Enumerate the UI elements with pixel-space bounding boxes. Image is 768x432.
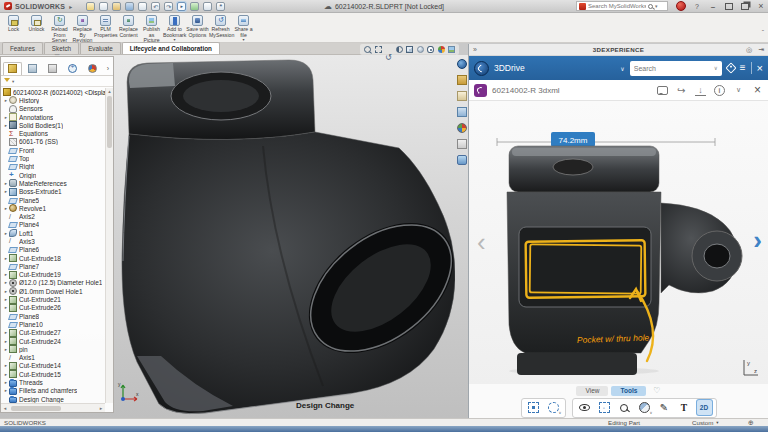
multi-select-icon[interactable]: ∨	[526, 400, 541, 415]
view-palette-icon[interactable]	[457, 107, 467, 117]
hide-show-icon[interactable]	[427, 46, 434, 53]
close-icon[interactable]	[752, 85, 763, 96]
mysolidworks-search[interactable]: ▾	[576, 1, 668, 11]
tree-item[interactable]: ▸ pin	[3, 345, 113, 353]
command-tab[interactable]: Features	[2, 42, 43, 54]
toolbar-button[interactable]: Refresh MySession ▾	[209, 14, 232, 42]
rebuild-icon[interactable]	[190, 2, 199, 11]
locate-icon[interactable]: ◎	[746, 46, 752, 54]
tree-item[interactable]: ▸ Plane10	[3, 320, 113, 328]
config-caret-icon[interactable]: ▾	[716, 420, 718, 425]
tree-item[interactable]: ▸ Cut-Extrude24	[3, 337, 113, 345]
section-view-icon[interactable]	[396, 46, 403, 53]
section-view-icon[interactable]: ∨	[637, 400, 652, 415]
preview-viewport[interactable]: ‹ › 74.2mm	[469, 101, 768, 384]
filter-caret-icon[interactable]: ▾	[12, 79, 14, 84]
tree-item[interactable]: ▸ Front	[3, 146, 113, 154]
help-icon[interactable]	[692, 1, 702, 11]
favorite-icon[interactable]: ♡	[653, 386, 660, 395]
comment-icon[interactable]	[657, 85, 668, 96]
open-icon[interactable]	[112, 2, 121, 11]
scene-icon[interactable]	[448, 46, 455, 53]
download-icon[interactable]	[695, 85, 706, 96]
2d-mode-icon[interactable]: ∨	[697, 400, 712, 415]
toolbar-button[interactable]: Add to Bookmark ▾	[163, 14, 186, 42]
command-tab[interactable]: Lifecycle and Collaboration	[122, 42, 220, 54]
expand-panel-icon[interactable]: »	[473, 46, 477, 53]
tree-item[interactable]: ▸ Cut-Extrude14	[3, 362, 113, 370]
tree-item[interactable]: ▸ Annotations	[3, 113, 113, 121]
home-icon[interactable]	[86, 2, 95, 11]
zoom-fit-icon[interactable]	[364, 46, 371, 53]
tree-item[interactable]: ▸ Boss-Extrude1	[3, 188, 113, 196]
dock-panel-icon[interactable]: ⇥	[758, 46, 764, 54]
restore-icon[interactable]	[724, 1, 734, 11]
zoom-area-icon[interactable]	[375, 46, 382, 53]
tree-item[interactable]: ▸ Plane8	[3, 312, 113, 320]
menu-caret-icon[interactable]: ▾	[232, 38, 255, 42]
hamburger-menu-icon[interactable]: ≡	[740, 63, 746, 73]
scroll-thumb[interactable]	[107, 96, 112, 148]
tree-item[interactable]: ▸ Revolve1	[3, 204, 113, 212]
tree-item[interactable]: ▸ Cut-Extrude15	[3, 370, 113, 378]
tree-item[interactable]: ▸ Cut-Extrude21	[3, 295, 113, 303]
scroll-thumb[interactable]	[11, 406, 61, 411]
zoom-area-icon[interactable]: ∨	[617, 400, 632, 415]
file-explorer-icon[interactable]	[457, 91, 467, 101]
status-config[interactable]: Custom ▾	[692, 419, 719, 426]
info-icon[interactable]	[714, 85, 725, 96]
previous-view-icon[interactable]	[385, 46, 392, 53]
tree-vertical-scrollbar[interactable]: ▴	[105, 88, 113, 403]
forum-icon[interactable]	[457, 155, 467, 165]
3dcompass-icon[interactable]	[474, 61, 489, 76]
chevron-down-icon[interactable]	[733, 85, 744, 96]
previous-page-icon[interactable]: ‹	[477, 229, 486, 255]
user-icon[interactable]	[676, 1, 686, 11]
toolbar-button[interactable]: Unlock ▾	[25, 14, 48, 37]
model-3d[interactable]	[113, 56, 455, 418]
design-library-icon[interactable]	[457, 75, 467, 85]
preview-tab[interactable]: View	[576, 386, 608, 396]
tree-horizontal-scrollbar[interactable]: ◂ ▸	[1, 403, 105, 412]
hide-show-icon[interactable]: ∨	[577, 400, 592, 415]
menu-expand-icon[interactable]: ▸	[69, 3, 72, 10]
tree-item[interactable]: ▸ Ø1.0mm Dowel Hole1	[3, 287, 113, 295]
tree-item[interactable]: ▸ Fillets and chamfers	[3, 387, 113, 395]
toolbar-button[interactable]: Save with Options ▾	[186, 14, 209, 42]
tree-item[interactable]: ▸ Right	[3, 163, 113, 171]
tree-item[interactable]: ▸ Cut-Extrude26	[3, 304, 113, 312]
tree-item[interactable]: ▸ Plane6	[3, 246, 113, 254]
tab-featuremanager[interactable]	[3, 62, 22, 75]
tree-item[interactable]: ▸ Ø12.0 (12.5) Diameter Hole1	[3, 279, 113, 287]
toolbar-button[interactable]: Lock ▾	[2, 14, 25, 37]
display-style-icon[interactable]	[417, 46, 424, 53]
tree-item[interactable]: ▸ 6061-T6 (SS)	[3, 138, 113, 146]
minimize-icon[interactable]	[708, 1, 718, 11]
document-row[interactable]: 60214002-R 3dxml	[469, 80, 768, 101]
tree-item[interactable]: ▸ History	[3, 96, 113, 104]
panes-icon[interactable]	[740, 1, 750, 11]
search-icon[interactable]	[648, 4, 653, 9]
panel-search-input[interactable]	[634, 65, 711, 72]
tab-configurationmanager[interactable]	[43, 62, 62, 75]
tree-item[interactable]: ▸ Solid Bodies(1)	[3, 121, 113, 129]
tree-item[interactable]: ▸ Loft1	[3, 229, 113, 237]
share-icon[interactable]	[676, 85, 687, 96]
draw-icon[interactable]: ∨	[657, 400, 672, 415]
tree-item[interactable]: ▸ Axis3	[3, 237, 113, 245]
undo-icon[interactable]	[151, 2, 160, 11]
tree-item[interactable]: ▸ Origin	[3, 171, 113, 179]
tree-item[interactable]: ▸ Cut-Extrude27	[3, 329, 113, 337]
tree-item[interactable]: ▸ Sensors	[3, 105, 113, 113]
panel-close-icon[interactable]: ×	[757, 63, 763, 74]
toolbar-button[interactable]: PLM Properties ▾	[94, 14, 117, 42]
options-icon[interactable]	[216, 2, 225, 11]
redo-icon[interactable]	[164, 2, 173, 11]
3dexperience-icon[interactable]	[457, 59, 467, 69]
fit-view-icon[interactable]: ∨	[597, 400, 612, 415]
select-icon[interactable]	[177, 2, 186, 11]
command-tab[interactable]: Evaluate	[80, 42, 121, 54]
tree-item[interactable]: ▸ Cut-Extrude18	[3, 254, 113, 262]
search-scope-caret-icon[interactable]: ▾	[655, 3, 658, 9]
tab-displaymanager[interactable]	[83, 62, 102, 75]
